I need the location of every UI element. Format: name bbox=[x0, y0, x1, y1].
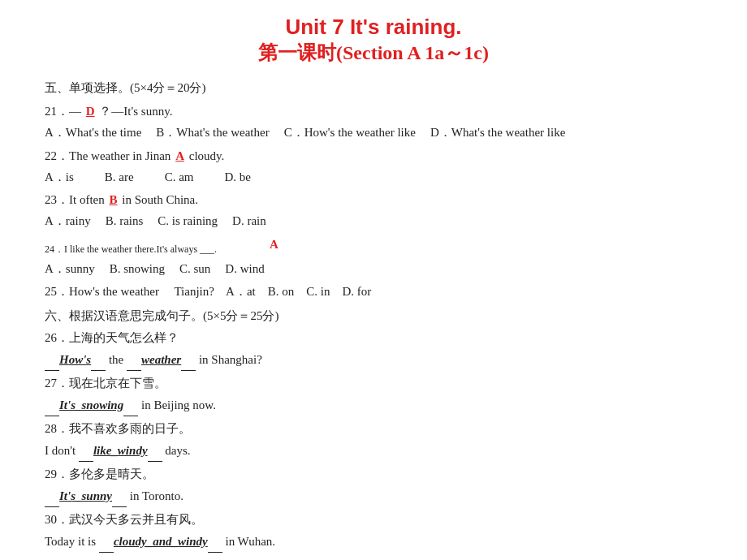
q21-answer: D bbox=[86, 105, 95, 118]
q22-opt-b: B. are bbox=[105, 166, 134, 187]
q21-text: 21．— D ？—It's sunny. bbox=[45, 101, 172, 122]
section6: 六、根据汉语意思完成句子。(5×5分＝25分) 26．上海的天气怎么样？ How… bbox=[45, 308, 702, 553]
q24-note: 24．I like the weather there.It's always … bbox=[45, 234, 279, 258]
q24-options: A．sunny B. snowing C. sun D. wind bbox=[45, 258, 702, 279]
question-21: 21．— D ？—It's sunny. A．What's the time B… bbox=[45, 101, 702, 144]
q26-fill1: How's bbox=[59, 353, 91, 366]
q29-english: It's_sunny in Toronto. bbox=[45, 485, 702, 507]
q22-options: A．is B. are C. am D. be bbox=[45, 166, 702, 187]
q23-opt-c: C. is raining bbox=[158, 210, 218, 231]
q29-blank1 bbox=[45, 506, 59, 507]
title-line1: Unit 7 It's raining. bbox=[45, 15, 702, 40]
q24-opt-c: C. sun bbox=[179, 258, 210, 279]
q26-blank3 bbox=[127, 370, 141, 371]
title-area: Unit 7 It's raining. 第一课时(Section A 1a～1… bbox=[45, 15, 702, 66]
q30-english: Today it is cloudy_and_windy in Wuhan. bbox=[45, 531, 702, 553]
q23-opt-b: B. rains bbox=[106, 210, 144, 231]
q28-fill1: like_windy bbox=[93, 444, 148, 457]
question-29: 29．多伦多是晴天。 It's_sunny in Toronto. bbox=[45, 463, 702, 507]
q21-opt-c: C．How's the weather like bbox=[284, 122, 416, 143]
section6-header: 六、根据汉语意思完成句子。(5×5分＝25分) bbox=[45, 308, 702, 324]
q27-english: It's_snowing in Beijing now. bbox=[45, 394, 702, 416]
q23-opt-d: D. rain bbox=[232, 210, 266, 231]
q22-answer: A bbox=[175, 149, 184, 162]
q27-blank1 bbox=[45, 416, 59, 416]
question-26: 26．上海的天气怎么样？ How's the weather in Shangh… bbox=[45, 327, 702, 371]
q30-blank1 bbox=[99, 552, 114, 553]
q26-chinese: 26．上海的天气怎么样？ bbox=[45, 327, 702, 349]
q24-opt-d: D. wind bbox=[225, 258, 264, 279]
q21-opt-b: B．What's the weather bbox=[156, 122, 269, 143]
q29-fill1: It's_sunny bbox=[59, 489, 112, 502]
q21-opt-a: A．What's the time bbox=[45, 122, 141, 143]
q21-options: A．What's the time B．What's the weather C… bbox=[45, 122, 702, 143]
q25-text: 25．How's the weather Tianjin? A．at B. on… bbox=[45, 281, 371, 302]
question-30: 30．武汉今天多云并且有风。 Today it is cloudy_and_wi… bbox=[45, 509, 702, 553]
q27-fill1: It's_snowing bbox=[59, 398, 123, 411]
page: Unit 7 It's raining. 第一课时(Section A 1a～1… bbox=[0, 0, 747, 560]
q30-chinese: 30．武汉今天多云并且有风。 bbox=[45, 509, 702, 531]
q22-opt-a: A．is bbox=[45, 166, 74, 187]
section5: 五、单项选择。(5×4分＝20分) 21．— D ？—It's sunny. A… bbox=[45, 80, 702, 302]
q28-blank2 bbox=[148, 461, 162, 462]
q27-blank2 bbox=[123, 416, 138, 416]
q22-opt-d: D. be bbox=[225, 166, 252, 187]
q29-chinese: 29．多伦多是晴天。 bbox=[45, 463, 702, 485]
q28-chinese: 28．我不喜欢多雨的日子。 bbox=[45, 418, 702, 440]
section5-header: 五、单项选择。(5×4分＝20分) bbox=[45, 80, 702, 96]
question-24: 24．I like the weather there.It's always … bbox=[45, 234, 702, 279]
q26-english: How's the weather in Shanghai? bbox=[45, 349, 702, 371]
q26-blank1 bbox=[45, 370, 59, 371]
question-27: 27．现在北京在下雪。 It's_snowing in Beijing now. bbox=[45, 373, 702, 416]
title-line2: 第一课时(Section A 1a～1c) bbox=[45, 40, 702, 66]
q24-opt-a: A．sunny bbox=[45, 258, 95, 279]
q26-blank2 bbox=[91, 370, 106, 371]
q26-blank4 bbox=[181, 370, 196, 371]
q27-chinese: 27．现在北京在下雪。 bbox=[45, 373, 702, 394]
q28-english: I don't like_windy days. bbox=[45, 440, 702, 462]
q23-answer: B bbox=[109, 193, 117, 206]
q28-blank1 bbox=[79, 461, 93, 462]
q22-text: 22．The weather in Jinan A cloudy. bbox=[45, 145, 224, 166]
q23-text: 23．It often B in South China. bbox=[45, 189, 198, 210]
question-23: 23．It often B in South China. A．rainy B.… bbox=[45, 189, 702, 232]
q23-opt-a: A．rainy bbox=[45, 210, 91, 231]
question-28: 28．我不喜欢多雨的日子。 I don't like_windy days. bbox=[45, 418, 702, 462]
q30-blank2 bbox=[208, 552, 222, 553]
q24-opt-b: B. snowing bbox=[110, 258, 165, 279]
q29-blank2 bbox=[112, 506, 127, 507]
question-22: 22．The weather in Jinan A cloudy. A．is B… bbox=[45, 145, 702, 188]
q21-opt-d: D．What's the weather like bbox=[430, 122, 565, 143]
q22-opt-c: C. am bbox=[165, 166, 194, 187]
question-25: 25．How's the weather Tianjin? A．at B. on… bbox=[45, 281, 702, 302]
q24-answer: A bbox=[270, 238, 279, 251]
q30-fill1: cloudy_and_windy bbox=[114, 535, 208, 548]
q23-options: A．rainy B. rains C. is raining D. rain bbox=[45, 210, 702, 231]
q26-fill2: weather bbox=[141, 353, 181, 366]
